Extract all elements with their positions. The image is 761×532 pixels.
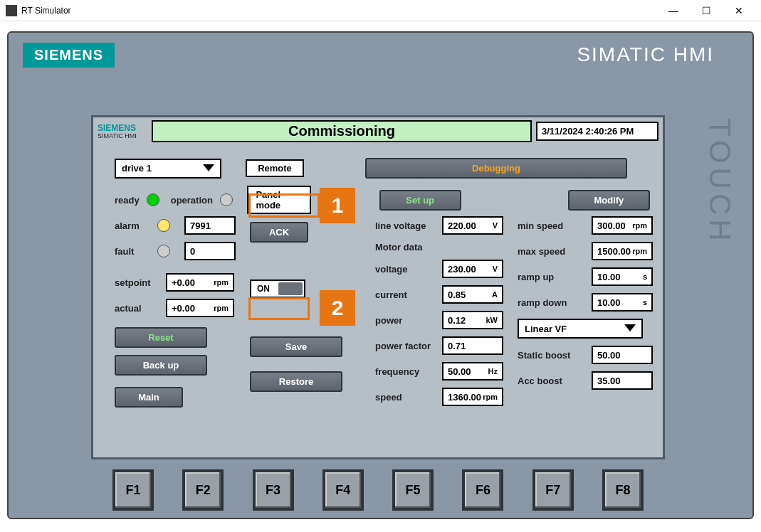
on-toggle[interactable]: ON	[250, 280, 305, 298]
callout-2: 2	[320, 290, 355, 326]
power-field[interactable]: 0.12kW	[442, 311, 503, 329]
app-icon	[6, 5, 17, 16]
setpoint-value[interactable]: +0.00rpm	[166, 273, 234, 292]
chevron-down-icon	[624, 324, 636, 333]
siemens-logo: SIEMENS	[23, 43, 115, 68]
actual-value: +0.00rpm	[166, 299, 234, 317]
setpoint-label: setpoint	[115, 277, 159, 288]
fkey-f1[interactable]: F1	[112, 469, 154, 511]
fkey-f2[interactable]: F2	[182, 469, 224, 511]
page-title: Commissioning	[152, 120, 532, 142]
svg-marker-0	[203, 164, 214, 171]
vf-mode-select[interactable]: Linear VF	[518, 319, 643, 339]
max-speed-field[interactable]: 1500.00rpm	[592, 242, 653, 260]
screen-header: SIEMENS SIMATIC HMI Commissioning 3/11/2…	[93, 117, 663, 145]
window-titlebar: RT Simulator — ☐ ✕	[0, 0, 761, 21]
callout-1: 1	[320, 188, 355, 223]
alarm-value[interactable]: 7991	[184, 216, 236, 235]
min-speed-label: min speed	[518, 220, 582, 231]
fault-led	[157, 245, 170, 257]
fkey-f6[interactable]: F6	[462, 469, 503, 511]
header-sub: SIMATIC HMI	[98, 132, 147, 139]
toggle-knob	[278, 282, 303, 295]
ack-button[interactable]: ACK	[250, 222, 308, 243]
main-button[interactable]: Main	[115, 387, 183, 408]
fault-label: fault	[115, 246, 150, 257]
acc-boost-field[interactable]: 35.00	[592, 371, 653, 390]
svg-marker-1	[624, 324, 636, 331]
power-label: power	[375, 315, 439, 326]
voltage-field[interactable]: 230.00V	[442, 260, 503, 278]
ramp-up-label: ramp up	[518, 272, 582, 282]
ramp-up-field[interactable]: 10.00s	[592, 267, 653, 286]
actual-label: actual	[115, 303, 159, 314]
save-button[interactable]: Save	[250, 336, 342, 357]
static-boost-label: Static boost	[518, 350, 582, 361]
speed-label: speed	[375, 392, 439, 403]
max-speed-label: max speed	[518, 246, 582, 257]
brand-bar: SIEMENS SIMATIC HMI	[19, 41, 742, 68]
power-factor-field[interactable]: 0.71	[442, 336, 503, 355]
restore-button[interactable]: Restore	[250, 371, 342, 392]
timestamp: 3/11/2024 2:40:26 PM	[536, 122, 658, 141]
on-toggle-label: ON	[251, 284, 270, 294]
fkey-f4[interactable]: F4	[322, 469, 364, 511]
device-frame: SIEMENS SIMATIC HMI TOUCH SIEMENS SIMATI…	[7, 31, 754, 519]
function-keys: F1 F2 F3 F4 F5 F6 F7 F8	[91, 469, 665, 511]
simatic-hmi-label: SIMATIC HMI	[577, 43, 714, 66]
line-voltage-field[interactable]: 220.00V	[442, 216, 503, 235]
fkey-f8[interactable]: F8	[602, 469, 644, 511]
voltage-label: voltage	[375, 264, 439, 275]
touch-label: TOUCH	[703, 118, 737, 245]
frequency-field[interactable]: 50.00Hz	[442, 362, 503, 381]
fault-value[interactable]: 0	[184, 242, 236, 260]
drive-select-value: drive 1	[122, 163, 152, 174]
alarm-label: alarm	[115, 220, 150, 231]
close-button[interactable]: ✕	[723, 0, 755, 21]
acc-boost-label: Acc boost	[518, 376, 582, 386]
chevron-down-icon	[203, 164, 214, 173]
line-voltage-label: line voltage	[375, 220, 439, 231]
frequency-label: frequency	[375, 366, 439, 377]
alarm-led	[157, 219, 170, 232]
motor-data-label: Motor data	[375, 242, 439, 252]
ramp-down-field[interactable]: 10.00s	[592, 293, 653, 312]
vf-mode-value: Linear VF	[525, 324, 567, 334]
hmi-screen: SIEMENS SIMATIC HMI Commissioning 3/11/2…	[91, 115, 665, 459]
ramp-down-label: ramp down	[518, 297, 582, 308]
remote-button[interactable]: Remote	[246, 159, 304, 177]
header-siemens: SIEMENS	[98, 124, 147, 132]
fkey-f7[interactable]: F7	[532, 469, 574, 511]
speed-field[interactable]: 1360.00rpm	[442, 388, 503, 406]
min-speed-field[interactable]: 300.00rpm	[592, 216, 653, 235]
window-title: RT Simulator	[21, 6, 71, 16]
current-label: current	[375, 289, 439, 300]
minimize-button[interactable]: —	[657, 0, 690, 21]
debugging-button[interactable]: Debugging	[365, 158, 627, 179]
backup-button[interactable]: Back up	[115, 355, 207, 376]
device-bezel: SIEMENS SIMATIC HMI TOUCH SIEMENS SIMATI…	[0, 21, 761, 532]
current-field[interactable]: 0.85A	[442, 285, 503, 304]
fkey-f5[interactable]: F5	[392, 469, 434, 511]
power-factor-label: power factor	[375, 341, 439, 351]
maximize-button[interactable]: ☐	[690, 0, 723, 21]
drive-select[interactable]: drive 1	[115, 159, 221, 179]
reset-button[interactable]: Reset	[115, 327, 207, 348]
static-boost-field[interactable]: 50.00	[592, 346, 653, 364]
fkey-f3[interactable]: F3	[253, 469, 294, 511]
